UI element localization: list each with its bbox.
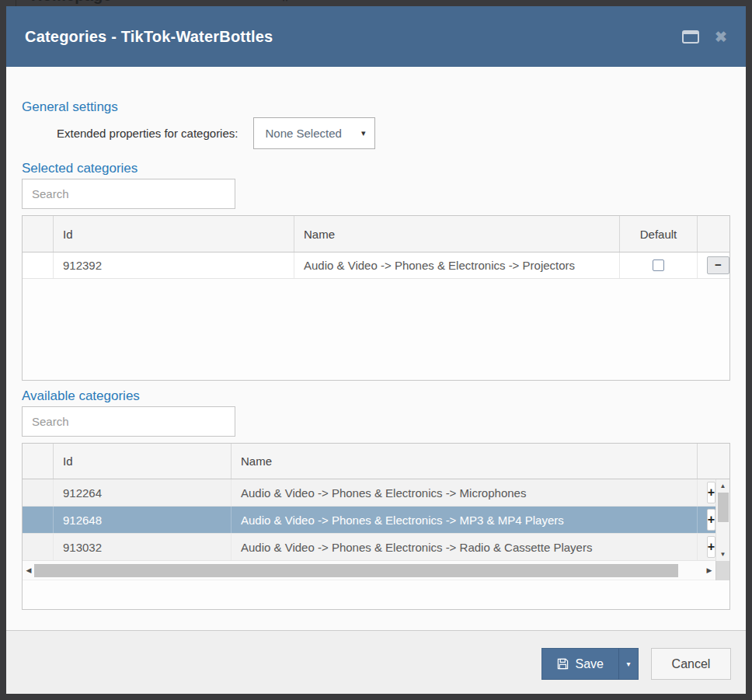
vertical-scroll-thumb[interactable] (718, 493, 729, 522)
save-button-label: Save (576, 657, 604, 671)
add-category-button[interactable]: + (707, 509, 715, 531)
available-row-id: 912648 (54, 507, 232, 533)
horizontal-scrollbar[interactable]: ◀ ▶ (23, 561, 715, 580)
save-options-dropdown-button[interactable]: ▾ (618, 648, 639, 680)
add-category-button[interactable]: + (707, 482, 715, 503)
categories-dialog: Categories - TikTok-WaterBottles ✖ Gener… (6, 6, 746, 694)
available-row-name: Audio & Video -> Phones & Electronics ->… (232, 534, 698, 560)
available-header-actions (698, 444, 729, 479)
selected-row-id: 912392 (54, 252, 294, 278)
selected-header-blank (23, 216, 54, 252)
available-category-row-selected[interactable]: 912648 Audio & Video -> Phones & Electro… (23, 507, 729, 534)
scroll-down-icon[interactable]: ▼ (716, 548, 729, 561)
dropdown-selected-value: None Selected (265, 127, 341, 140)
default-checkbox[interactable] (653, 259, 664, 271)
scroll-left-icon[interactable]: ◀ (24, 566, 33, 574)
extended-properties-dropdown[interactable]: None Selected ▾ (253, 117, 375, 149)
available-header-name: Name (232, 444, 698, 479)
save-split-button: Save ▾ (541, 648, 639, 680)
available-rows-viewport: 912264 Audio & Video -> Phones & Electro… (23, 479, 729, 561)
add-category-button[interactable]: + (707, 536, 715, 558)
window-controls: ✖ (682, 30, 727, 44)
selected-row-name: Audio & Video -> Phones & Electronics ->… (294, 252, 620, 278)
available-categories-table: Id Name 912264 Audio & Video -> Phones &… (22, 443, 730, 610)
selected-categories-heading: Selected categories (22, 160, 730, 176)
row-handle-cell (23, 534, 54, 560)
scroll-up-icon[interactable]: ▲ (716, 479, 729, 493)
maximize-icon[interactable] (682, 30, 699, 44)
scroll-right-icon[interactable]: ▶ (705, 566, 714, 574)
available-categories-heading: Available categories (22, 388, 730, 404)
extended-properties-label: Extended properties for categories: (57, 127, 238, 140)
save-icon (557, 658, 569, 670)
selected-categories-search-input[interactable] (22, 179, 235, 209)
chevron-down-icon: ▾ (361, 128, 366, 138)
default-cell (620, 252, 698, 278)
backdrop-divider (16, 0, 16, 6)
background-dropdown-icon: ▾▾ (281, 0, 287, 4)
available-header-id: Id (54, 444, 232, 479)
horizontal-scroll-thumb[interactable] (34, 564, 678, 577)
horizontal-scroll-track[interactable] (33, 564, 705, 577)
selected-header-actions (698, 216, 729, 252)
selected-header-name: Name (294, 216, 620, 252)
available-row-name: Audio & Video -> Phones & Electronics ->… (232, 507, 698, 533)
available-table-empty-area (23, 580, 729, 610)
selected-table-header: Id Name Default (23, 216, 729, 252)
dialog-body: General settings Extended properties for… (6, 67, 746, 630)
dimmed-page-backdrop: Homepage ▾▾ (0, 0, 752, 6)
dialog-footer: Save ▾ Cancel (6, 630, 746, 694)
vertical-scrollbar[interactable]: ▲ ▼ (715, 479, 729, 561)
background-homepage-label: Homepage (31, 0, 112, 5)
selected-header-default: Default (620, 216, 698, 252)
available-category-row[interactable]: 913032 Audio & Video -> Phones & Electro… (23, 534, 729, 561)
dialog-title: Categories - TikTok-WaterBottles (25, 28, 273, 46)
remove-category-button[interactable]: − (707, 256, 729, 274)
scrollbar-corner (715, 561, 729, 580)
available-category-row[interactable]: 912264 Audio & Video -> Phones & Electro… (23, 479, 729, 507)
row-handle-cell (23, 507, 54, 533)
selected-categories-table: Id Name Default 912392 Audio & Video -> … (22, 215, 730, 381)
chevron-down-icon: ▾ (626, 660, 630, 668)
row-handle-cell (23, 252, 54, 278)
available-row-name: Audio & Video -> Phones & Electronics ->… (232, 479, 698, 506)
extended-properties-row: Extended properties for categories: None… (22, 117, 730, 149)
selected-table-empty-area (23, 279, 729, 381)
selected-row-actions: − (698, 252, 729, 278)
selected-header-id: Id (54, 216, 294, 252)
selected-category-row[interactable]: 912392 Audio & Video -> Phones & Electro… (23, 252, 729, 279)
general-settings-heading: General settings (22, 99, 730, 115)
horizontal-scroll-zone: ◀ ▶ (23, 561, 729, 580)
save-button[interactable]: Save (541, 648, 618, 680)
available-row-id: 913032 (54, 534, 232, 560)
close-icon[interactable]: ✖ (715, 30, 727, 44)
available-header-blank (23, 444, 54, 479)
available-categories-search-input[interactable] (22, 406, 235, 437)
row-handle-cell (23, 479, 54, 506)
cancel-button[interactable]: Cancel (651, 648, 731, 680)
available-row-id: 912264 (54, 479, 232, 506)
dialog-titlebar: Categories - TikTok-WaterBottles ✖ (6, 6, 746, 67)
available-table-header: Id Name (23, 444, 729, 479)
